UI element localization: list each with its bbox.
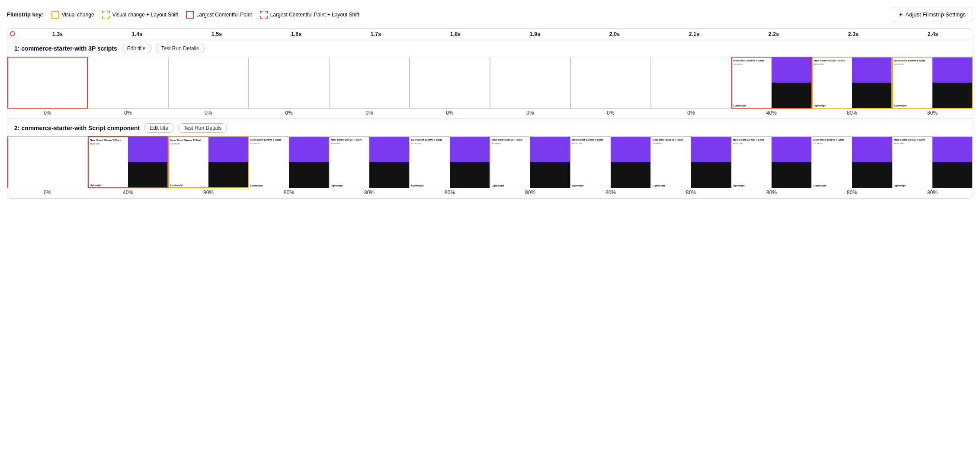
product-menu-icon: ≡ — [728, 138, 730, 140]
frame-cell-s1-f7: 0% — [490, 57, 570, 119]
frame-thumb-s2-f1[interactable] — [7, 136, 88, 188]
filmstrip-row-2: 0%≡New Short Sleeve T-Shirt$25.99 USDLig… — [7, 136, 973, 198]
frame-thumb-s1-f11[interactable]: ≡New Short Sleeve T-Shirt$25.99 USDLight… — [812, 57, 892, 109]
frame-thumb-s1-f1[interactable] — [7, 57, 88, 109]
product-card-title: New Short Sleeve T-Shirt — [733, 138, 770, 141]
filmstrip-row-1: 0%0%0%0%0%0%0%0%0%≡New Short Sleeve T-Sh… — [7, 57, 973, 119]
frame-thumb-s1-f9[interactable] — [651, 57, 731, 109]
frame-cell-s1-f6: 0% — [410, 57, 490, 119]
frame-percent-s2-f4: 80% — [284, 189, 294, 196]
frame-thumb-s2-f6[interactable]: ≡New Short Sleeve T-Shirt$25.99 USDLight… — [410, 136, 490, 188]
frame-thumb-s2-f3[interactable]: ≡New Short Sleeve T-Shirt$25.99 USDLight… — [168, 136, 249, 188]
timeline-tick-2: 1.5s — [177, 31, 256, 37]
test-run-details-button-1[interactable]: Test Run Details — [156, 44, 205, 53]
timeline-tick-9: 2.2s — [734, 31, 813, 37]
top-bar: Filmstrip key: Visual change Visual chan… — [7, 7, 973, 22]
product-menu-icon: ≡ — [406, 138, 408, 140]
product-card-title: New Short Sleeve T-Shirt — [492, 138, 529, 141]
frame-percent-s1-f8: 0% — [607, 110, 614, 116]
frame-thumb-s2-f4[interactable]: ≡New Short Sleeve T-Shirt$25.99 USDLight… — [249, 136, 329, 188]
product-menu-icon: ≡ — [889, 138, 890, 140]
section-1: 1: commerce-starter-with 3P scriptsEdit … — [7, 39, 973, 119]
product-card-price: $25.99 USD — [653, 142, 690, 145]
key-visual-change-layout-shift: Visual change + Layout Shift — [102, 11, 178, 19]
product-menu-icon: ≡ — [808, 58, 810, 61]
frame-thumb-s1-f8[interactable] — [570, 57, 651, 109]
product-card-footer: Lightweight — [490, 183, 526, 188]
frame-percent-s1-f10: 40% — [766, 110, 777, 116]
frame-thumb-s2-f11[interactable]: ≡New Short Sleeve T-Shirt$25.99 USDLight… — [812, 136, 892, 188]
frame-percent-s1-f9: 0% — [687, 110, 695, 116]
test-run-details-button-2[interactable]: Test Run Details — [178, 123, 227, 133]
frame-percent-s2-f5: 80% — [364, 189, 375, 196]
timeline-tick-0: 1.3s — [18, 31, 97, 37]
edit-title-button-2[interactable]: Edit title — [144, 123, 174, 133]
product-menu-icon: ≡ — [567, 138, 569, 140]
product-card-footer: Lightweight — [732, 103, 768, 108]
product-card-price: $25.99 USD — [492, 142, 529, 145]
product-card-title: New Short Sleeve T-Shirt — [814, 59, 851, 62]
frame-cell-s1-f10: ≡New Short Sleeve T-Shirt$25.99 USDLight… — [731, 57, 812, 119]
frame-thumb-s1-f5[interactable] — [329, 57, 410, 109]
frame-percent-s1-f7: 0% — [526, 110, 534, 116]
product-menu-icon: ≡ — [164, 138, 166, 141]
frame-cell-s2-f3: ≡New Short Sleeve T-Shirt$25.99 USDLight… — [168, 136, 249, 198]
frame-cell-s1-f9: 0% — [651, 57, 731, 119]
frame-cell-s2-f5: ≡New Short Sleeve T-Shirt$25.99 USDLight… — [329, 136, 410, 198]
edit-title-button-1[interactable]: Edit title — [122, 44, 151, 53]
frame-percent-s1-f12: 80% — [927, 110, 938, 116]
sections-container: 1: commerce-starter-with 3P scriptsEdit … — [7, 39, 973, 198]
frame-thumb-s1-f4[interactable] — [249, 57, 329, 109]
timeline-tick-8: 2.1s — [654, 31, 734, 37]
frame-thumb-s1-f7[interactable] — [490, 57, 570, 109]
frame-thumb-s2-f9[interactable]: ≡New Short Sleeve T-Shirt$25.99 USDLight… — [651, 136, 731, 188]
product-menu-icon: ≡ — [808, 138, 810, 140]
timeline-tick-5: 1.8s — [416, 31, 495, 37]
key-label-lcp: Largest Contentful Paint — [196, 12, 252, 18]
frame-thumb-s1-f3[interactable] — [168, 57, 249, 109]
section-header-2: 2: commerce-starter-with Script componen… — [7, 119, 973, 136]
adjust-filmstrip-settings-button[interactable]: + Adjust Filmstrip Settings — [892, 7, 973, 22]
key-visual-change: Visual change — [51, 11, 94, 19]
product-card-title: New Short Sleeve T-Shirt — [170, 139, 207, 142]
frame-thumb-s2-f7[interactable]: ≡New Short Sleeve T-Shirt$25.99 USDLight… — [490, 136, 570, 188]
product-card-footer: Lightweight — [89, 183, 124, 187]
key-lcp-layout-shift: Largest Contentful Paint + Layout Shift — [260, 11, 359, 19]
frame-thumb-s1-f6[interactable] — [410, 57, 490, 109]
frame-cell-s2-f4: ≡New Short Sleeve T-Shirt$25.99 USDLight… — [249, 136, 329, 198]
frame-thumb-s1-f2[interactable] — [88, 57, 168, 109]
product-card-price: $25.99 USD — [331, 142, 368, 145]
section-title-2: 2: commerce-starter-with Script componen… — [14, 125, 140, 132]
frame-percent-s1-f11: 80% — [847, 110, 857, 116]
frame-thumb-s1-f10[interactable]: ≡New Short Sleeve T-Shirt$25.99 USDLight… — [731, 57, 812, 109]
frame-thumb-s2-f5[interactable]: ≡New Short Sleeve T-Shirt$25.99 USDLight… — [329, 136, 410, 188]
frame-percent-s1-f5: 0% — [365, 110, 373, 116]
frame-thumb-s1-f12[interactable]: ≡New Short Sleeve T-Shirt$25.99 USDLight… — [892, 57, 973, 109]
frame-thumb-s2-f2[interactable]: ≡New Short Sleeve T-Shirt$25.99 USDLight… — [88, 136, 168, 188]
frame-cell-s1-f2: 0% — [88, 57, 168, 119]
adjust-plus-icon: + — [899, 11, 903, 18]
key-box-visual-change-layout-shift — [102, 11, 110, 19]
filmstrip-key-label: Filmstrip key: — [7, 11, 44, 18]
frame-thumb-s2-f10[interactable]: ≡New Short Sleeve T-Shirt$25.99 USDLight… — [731, 136, 812, 188]
product-card-title: New Short Sleeve T-Shirt — [813, 138, 851, 141]
frame-thumb-s2-f8[interactable]: ≡New Short Sleeve T-Shirt$25.99 USDLight… — [570, 136, 651, 188]
filmstrip-main-container: 1.3s1.4s1.5s1.6s1.7s1.8s1.9s2.0s2.1s2.2s… — [7, 28, 973, 199]
product-card-price: $25.99 USD — [733, 63, 770, 65]
key-box-lcp — [186, 11, 194, 19]
frame-percent-s2-f6: 80% — [445, 189, 455, 196]
product-card-title: New Short Sleeve T-Shirt — [653, 138, 690, 141]
timeline-ticks: 1.3s1.4s1.5s1.6s1.7s1.8s1.9s2.0s2.1s2.2s… — [13, 31, 973, 37]
product-card-footer: Lightweight — [410, 183, 446, 188]
product-menu-icon: ≡ — [245, 138, 247, 141]
product-card-title: New Short Sleeve T-Shirt — [90, 139, 127, 142]
frame-cell-s2-f8: ≡New Short Sleeve T-Shirt$25.99 USDLight… — [570, 136, 651, 198]
timeline-tick-11: 2.4s — [893, 31, 973, 37]
product-card-title: New Short Sleeve T-Shirt — [331, 138, 368, 141]
product-card-title: New Short Sleeve T-Shirt — [411, 138, 448, 141]
product-card-price: $25.99 USD — [894, 63, 931, 65]
frame-thumb-s2-f12[interactable]: ≡New Short Sleeve T-Shirt$25.99 USDLight… — [892, 136, 973, 188]
product-card-price: $25.99 USD — [250, 142, 288, 145]
frame-percent-s1-f1: 0% — [44, 110, 51, 116]
section-2: 2: commerce-starter-with Script componen… — [7, 119, 973, 198]
